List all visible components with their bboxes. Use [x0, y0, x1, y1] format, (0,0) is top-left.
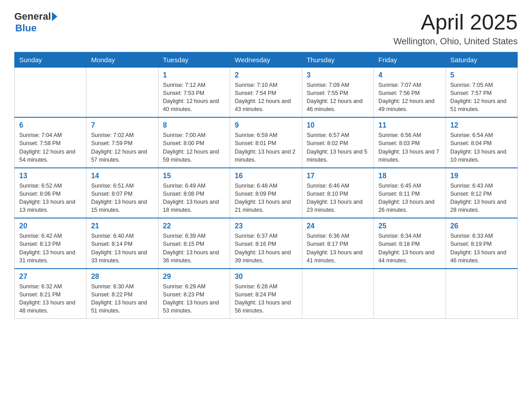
day-number: 8 — [163, 121, 225, 129]
table-row: 29Sunrise: 6:29 AMSunset: 8:23 PMDayligh… — [158, 269, 230, 319]
day-number: 19 — [450, 172, 513, 180]
day-info: Sunrise: 6:40 AMSunset: 8:14 PMDaylight:… — [91, 232, 153, 265]
day-info: Sunrise: 6:32 AMSunset: 8:21 PMDaylight:… — [19, 283, 82, 315]
day-info: Sunrise: 6:54 AMSunset: 8:04 PMDaylight:… — [450, 131, 513, 164]
table-row: 15Sunrise: 6:49 AMSunset: 8:08 PMDayligh… — [158, 168, 230, 218]
day-info: Sunrise: 6:30 AMSunset: 8:22 PMDaylight:… — [91, 283, 153, 315]
day-number: 7 — [91, 121, 153, 129]
day-info: Sunrise: 6:48 AMSunset: 8:09 PMDaylight:… — [235, 182, 297, 214]
table-row: 24Sunrise: 6:36 AMSunset: 8:17 PMDayligh… — [302, 218, 373, 269]
day-number: 6 — [19, 121, 82, 129]
table-row: 10Sunrise: 6:57 AMSunset: 8:02 PMDayligh… — [302, 117, 373, 168]
day-info: Sunrise: 7:04 AMSunset: 7:58 PMDaylight:… — [19, 131, 82, 164]
table-row: 20Sunrise: 6:42 AMSunset: 8:13 PMDayligh… — [15, 218, 86, 269]
table-row: 25Sunrise: 6:34 AMSunset: 8:18 PMDayligh… — [374, 218, 446, 269]
table-row: 22Sunrise: 6:39 AMSunset: 8:15 PMDayligh… — [158, 218, 230, 269]
day-number: 26 — [450, 222, 513, 230]
table-row: 19Sunrise: 6:43 AMSunset: 8:12 PMDayligh… — [446, 168, 517, 218]
day-info: Sunrise: 6:56 AMSunset: 8:03 PMDaylight:… — [378, 131, 441, 164]
month-title: April 2025 — [393, 11, 518, 34]
table-row: 6Sunrise: 7:04 AMSunset: 7:58 PMDaylight… — [15, 117, 86, 168]
table-row: 28Sunrise: 6:30 AMSunset: 8:22 PMDayligh… — [86, 269, 158, 319]
day-number: 1 — [163, 71, 225, 79]
table-row: 16Sunrise: 6:48 AMSunset: 8:09 PMDayligh… — [230, 168, 302, 218]
table-row: 27Sunrise: 6:32 AMSunset: 8:21 PMDayligh… — [15, 269, 86, 319]
day-info: Sunrise: 6:28 AMSunset: 8:24 PMDaylight:… — [235, 283, 297, 315]
day-info: Sunrise: 6:36 AMSunset: 8:17 PMDaylight:… — [307, 232, 369, 265]
col-friday: Friday — [374, 52, 446, 67]
day-info: Sunrise: 6:46 AMSunset: 8:10 PMDaylight:… — [307, 182, 369, 214]
day-number: 3 — [307, 71, 369, 79]
day-number: 21 — [91, 222, 153, 230]
day-info: Sunrise: 7:02 AMSunset: 7:59 PMDaylight:… — [91, 131, 153, 164]
day-number: 12 — [450, 121, 513, 129]
table-row — [302, 269, 373, 319]
day-number: 2 — [235, 71, 297, 79]
table-row: 5Sunrise: 7:05 AMSunset: 7:57 PMDaylight… — [446, 67, 517, 117]
day-number: 16 — [235, 172, 297, 180]
table-row: 1Sunrise: 7:12 AMSunset: 7:53 PMDaylight… — [158, 67, 230, 117]
day-number: 27 — [19, 273, 82, 281]
location-subtitle: Wellington, Ohio, United States — [393, 36, 518, 47]
table-row — [374, 269, 446, 319]
day-info: Sunrise: 7:12 AMSunset: 7:53 PMDaylight:… — [163, 81, 225, 114]
table-row: 7Sunrise: 7:02 AMSunset: 7:59 PMDaylight… — [86, 117, 158, 168]
header: General Blue April 2025 Wellington, Ohio… — [14, 11, 518, 47]
table-row: 3Sunrise: 7:09 AMSunset: 7:55 PMDaylight… — [302, 67, 373, 117]
day-info: Sunrise: 7:05 AMSunset: 7:57 PMDaylight:… — [450, 81, 513, 114]
table-row — [86, 67, 158, 117]
day-info: Sunrise: 6:51 AMSunset: 8:07 PMDaylight:… — [91, 182, 153, 214]
day-info: Sunrise: 6:33 AMSunset: 8:19 PMDaylight:… — [450, 232, 513, 265]
day-info: Sunrise: 7:00 AMSunset: 8:00 PMDaylight:… — [163, 131, 225, 164]
col-wednesday: Wednesday — [230, 52, 302, 67]
day-number: 13 — [19, 172, 82, 180]
day-info: Sunrise: 6:29 AMSunset: 8:23 PMDaylight:… — [163, 283, 225, 315]
table-row: 17Sunrise: 6:46 AMSunset: 8:10 PMDayligh… — [302, 168, 373, 218]
table-row: 30Sunrise: 6:28 AMSunset: 8:24 PMDayligh… — [230, 269, 302, 319]
col-sunday: Sunday — [15, 52, 86, 67]
day-info: Sunrise: 6:45 AMSunset: 8:11 PMDaylight:… — [378, 182, 441, 214]
table-row — [15, 67, 86, 117]
day-info: Sunrise: 6:39 AMSunset: 8:15 PMDaylight:… — [163, 232, 225, 265]
day-number: 15 — [163, 172, 225, 180]
col-thursday: Thursday — [302, 52, 373, 67]
logo: General Blue — [14, 11, 57, 34]
day-number: 20 — [19, 222, 82, 230]
day-number: 28 — [91, 273, 153, 281]
day-number: 24 — [307, 222, 369, 230]
table-row: 26Sunrise: 6:33 AMSunset: 8:19 PMDayligh… — [446, 218, 517, 269]
day-info: Sunrise: 6:42 AMSunset: 8:13 PMDaylight:… — [19, 232, 82, 265]
table-row — [446, 269, 517, 319]
day-number: 18 — [378, 172, 441, 180]
table-row: 8Sunrise: 7:00 AMSunset: 8:00 PMDaylight… — [158, 117, 230, 168]
day-info: Sunrise: 7:07 AMSunset: 7:56 PMDaylight:… — [378, 81, 441, 114]
table-row: 13Sunrise: 6:52 AMSunset: 8:06 PMDayligh… — [15, 168, 86, 218]
day-number: 9 — [235, 121, 297, 129]
table-row: 14Sunrise: 6:51 AMSunset: 8:07 PMDayligh… — [86, 168, 158, 218]
table-row: 4Sunrise: 7:07 AMSunset: 7:56 PMDaylight… — [374, 67, 446, 117]
day-number: 25 — [378, 222, 441, 230]
table-row: 2Sunrise: 7:10 AMSunset: 7:54 PMDaylight… — [230, 67, 302, 117]
day-info: Sunrise: 7:10 AMSunset: 7:54 PMDaylight:… — [235, 81, 297, 114]
calendar-table: Sunday Monday Tuesday Wednesday Thursday… — [14, 52, 518, 319]
day-number: 14 — [91, 172, 153, 180]
day-number: 22 — [163, 222, 225, 230]
day-info: Sunrise: 6:43 AMSunset: 8:12 PMDaylight:… — [450, 182, 513, 214]
day-info: Sunrise: 6:34 AMSunset: 8:18 PMDaylight:… — [378, 232, 441, 265]
logo-arrow-icon — [52, 12, 57, 21]
calendar-week-row: 20Sunrise: 6:42 AMSunset: 8:13 PMDayligh… — [15, 218, 518, 269]
table-row: 18Sunrise: 6:45 AMSunset: 8:11 PMDayligh… — [374, 168, 446, 218]
table-row: 12Sunrise: 6:54 AMSunset: 8:04 PMDayligh… — [446, 117, 517, 168]
table-row: 11Sunrise: 6:56 AMSunset: 8:03 PMDayligh… — [374, 117, 446, 168]
day-number: 17 — [307, 172, 369, 180]
calendar-header-row: Sunday Monday Tuesday Wednesday Thursday… — [15, 52, 518, 67]
calendar-week-row: 27Sunrise: 6:32 AMSunset: 8:21 PMDayligh… — [15, 269, 518, 319]
day-info: Sunrise: 6:59 AMSunset: 8:01 PMDaylight:… — [235, 131, 297, 164]
calendar-week-row: 13Sunrise: 6:52 AMSunset: 8:06 PMDayligh… — [15, 168, 518, 218]
table-row: 23Sunrise: 6:37 AMSunset: 8:16 PMDayligh… — [230, 218, 302, 269]
calendar-week-row: 1Sunrise: 7:12 AMSunset: 7:53 PMDaylight… — [15, 67, 518, 117]
logo-general-text: General — [14, 11, 51, 22]
day-number: 11 — [378, 121, 441, 129]
title-block: April 2025 Wellington, Ohio, United Stat… — [393, 11, 518, 47]
day-number: 30 — [235, 273, 297, 281]
